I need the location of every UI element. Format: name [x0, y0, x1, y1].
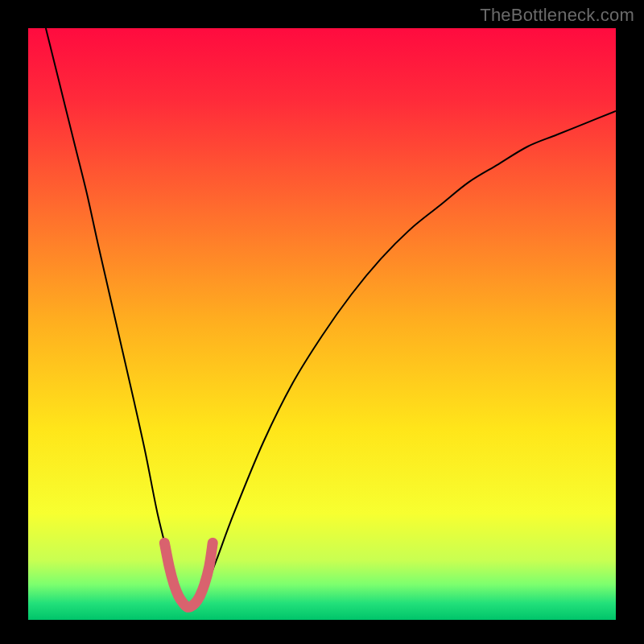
chart-frame: TheBottleneck.com: [0, 0, 644, 644]
bottleneck-chart: [0, 0, 644, 644]
